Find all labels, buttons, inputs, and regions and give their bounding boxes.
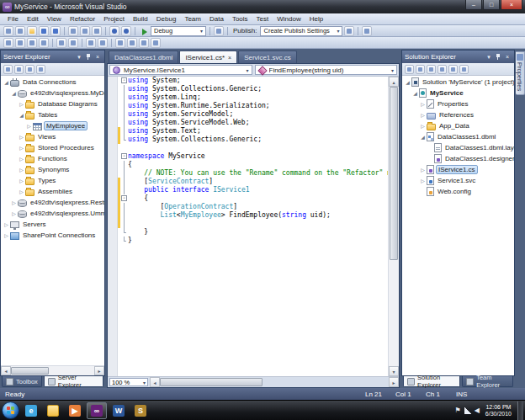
expand-icon[interactable]: ▷ — [419, 178, 427, 183]
tree-item-references[interactable]: ▷References — [402, 109, 514, 120]
tree-item-iservice1-cs[interactable]: ▷IService1.cs — [402, 164, 514, 175]
collapse-icon[interactable]: ◢ — [10, 90, 18, 96]
chevron-down-icon[interactable]: ▾ — [485, 54, 493, 61]
tree-item-assemblies[interactable]: ▷Assemblies — [1, 186, 104, 197]
uncomment-selection-icon[interactable] — [98, 38, 108, 48]
tree-item-stored-procedures[interactable]: ▷Stored Procedures — [1, 142, 104, 153]
menu-project[interactable]: Project — [99, 14, 129, 24]
display-quick-info-icon[interactable] — [27, 38, 37, 48]
tab-solution-explorer[interactable]: Solution Explorer — [403, 376, 460, 387]
tab-service1-svc-cs[interactable]: Service1.svc.cs — [238, 51, 297, 63]
view-code-icon[interactable] — [448, 65, 458, 74]
tree-item-service1-svc[interactable]: ▷Service1.svc — [402, 175, 514, 186]
menu-file[interactable]: File — [3, 14, 23, 24]
menu-refactor[interactable]: Refactor — [66, 14, 99, 24]
expand-icon[interactable]: ▷ — [18, 189, 25, 194]
collapse-icon[interactable]: ◢ — [3, 79, 10, 85]
close-icon[interactable]: × — [503, 54, 512, 60]
connect-to-database-icon[interactable] — [25, 65, 34, 74]
tab-dataclasses1-dbml[interactable]: DataClasses1.dbml — [109, 51, 178, 63]
editor-horizontal-scrollbar[interactable]: ◂ ▸ — [150, 377, 399, 387]
tree-item-myservice[interactable]: ◢MyService — [402, 88, 514, 98]
new-project-icon[interactable] — [3, 26, 13, 36]
collapse-region-icon[interactable]: - — [121, 195, 127, 201]
expand-icon[interactable]: ▷ — [18, 156, 25, 162]
undo-icon[interactable] — [109, 26, 119, 36]
menu-team[interactable]: Team — [180, 14, 205, 24]
tree-item-solution-myservice-1-project[interactable]: ◢Solution 'MyService' (1 project) — [402, 77, 514, 88]
tree-item-types[interactable]: ▷Types — [1, 175, 104, 186]
refresh-icon[interactable] — [3, 65, 13, 74]
types-dropdown[interactable]: MyService.IService1 ▾ — [109, 65, 252, 75]
expand-icon[interactable]: ▷ — [10, 199, 18, 205]
minimize-button[interactable]: – — [465, 0, 482, 10]
volume-icon[interactable]: ◀ — [475, 407, 480, 414]
tree-item-e492dtv-sqlexpress-ummimala-dbo[interactable]: ▷e492dtv\sqlexpress.Ummimala.dbo — [1, 208, 104, 219]
add-new-item-icon[interactable] — [15, 26, 25, 36]
collapse-icon[interactable]: ◢ — [411, 90, 419, 96]
scroll-left-icon[interactable]: ◂ — [150, 377, 160, 387]
menu-build[interactable]: Build — [129, 14, 152, 24]
expand-icon[interactable]: ▷ — [419, 112, 427, 118]
stop-refresh-icon[interactable] — [14, 65, 24, 74]
view-designer-icon[interactable] — [459, 65, 469, 74]
expand-icon[interactable]: ▷ — [18, 145, 25, 151]
tree-item-web-config[interactable]: Web.config — [402, 186, 514, 197]
tree-item-myemployee[interactable]: ▷MyEmployee — [1, 120, 104, 131]
save-all-icon[interactable] — [50, 26, 61, 36]
save-icon[interactable] — [39, 26, 49, 36]
tree-item-app-data[interactable]: ▷App_Data — [402, 120, 514, 131]
menu-tools[interactable]: Tools — [228, 14, 252, 24]
expand-icon[interactable]: ▷ — [3, 221, 10, 227]
tree-item-data-connections[interactable]: ◢Data Connections — [1, 77, 104, 88]
properties-icon[interactable] — [405, 65, 414, 74]
toggle-bookmark-icon[interactable] — [115, 38, 125, 48]
show-all-files-icon[interactable] — [416, 65, 425, 74]
connect-to-server-icon[interactable] — [36, 65, 45, 74]
expand-icon[interactable]: ▷ — [18, 167, 25, 173]
internet-explorer-icon[interactable]: e — [21, 402, 41, 419]
taskbar-clock[interactable]: 12:06 PM 6/30/2010 — [483, 404, 514, 417]
tree-item-views[interactable]: ▷Views — [1, 131, 104, 142]
extension-manager-icon[interactable] — [362, 26, 372, 36]
collapse-icon[interactable]: ◢ — [419, 134, 427, 140]
notification-flag-icon[interactable]: ⚑ — [455, 407, 461, 414]
close-tab-icon[interactable]: × — [228, 55, 231, 61]
server-explorer-horizontal-scrollbar[interactable]: ◂ ▸ — [1, 365, 104, 375]
pin-icon[interactable] — [495, 52, 501, 61]
paste-icon[interactable] — [92, 26, 102, 36]
menu-edit[interactable]: Edit — [23, 14, 43, 24]
pin-icon[interactable] — [85, 52, 92, 61]
refresh-icon[interactable] — [427, 65, 436, 74]
find-in-files-icon[interactable] — [214, 26, 224, 36]
windows-explorer-icon[interactable] — [43, 402, 63, 419]
copy-icon[interactable] — [80, 26, 90, 36]
start-button[interactable] — [2, 401, 19, 419]
expand-icon[interactable]: ▷ — [419, 167, 427, 173]
tab-toolbox[interactable]: Toolbox — [2, 376, 42, 387]
cut-icon[interactable] — [68, 26, 78, 36]
tree-item-sharepoint-connections[interactable]: ▷SharePoint Connections — [1, 230, 104, 241]
expand-icon[interactable]: ▷ — [419, 101, 427, 107]
scroll-right-icon[interactable]: ▸ — [389, 377, 399, 387]
next-bookmark-icon[interactable] — [139, 38, 149, 48]
expand-icon[interactable]: ▷ — [10, 210, 18, 216]
collapse-icon[interactable]: ◢ — [18, 112, 25, 118]
scrollbar-thumb[interactable] — [160, 378, 262, 386]
chevron-down-icon[interactable]: ▾ — [75, 54, 83, 61]
decrease-indent-icon[interactable] — [56, 38, 66, 48]
tree-item-tables[interactable]: ◢Tables — [1, 109, 104, 120]
collapse-region-icon[interactable]: - — [121, 153, 127, 159]
collapse-icon[interactable]: ◢ — [404, 79, 411, 85]
members-dropdown[interactable]: FindEmployee(string uid) ▾ — [255, 65, 398, 75]
windows-media-player-icon[interactable]: ▶ — [65, 402, 85, 419]
increase-indent-icon[interactable] — [68, 38, 78, 48]
tab-properties[interactable]: Properties — [516, 51, 525, 95]
tree-item-functions[interactable]: ▷Functions — [1, 153, 104, 164]
publish-web-icon[interactable] — [344, 26, 354, 36]
publish-profile-dropdown[interactable]: Create Publish Settings▾ — [260, 26, 342, 36]
expand-icon[interactable]: ▷ — [25, 123, 33, 129]
sql-server-management-studio-icon[interactable]: S — [130, 402, 151, 419]
visual-studio-icon[interactable]: ∞ — [87, 402, 107, 419]
close-icon[interactable]: × — [93, 54, 102, 60]
